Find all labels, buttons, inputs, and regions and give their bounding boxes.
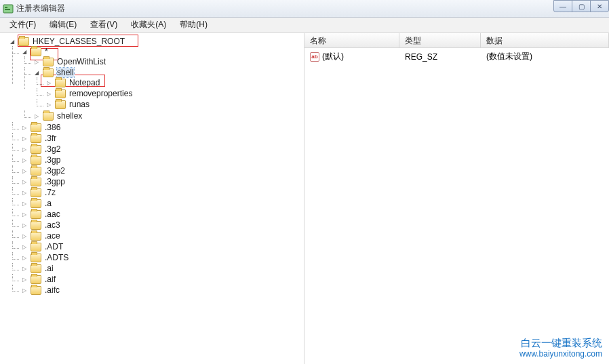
value-name: (默认)	[322, 51, 344, 62]
maximize-button[interactable]: ▢	[572, 0, 591, 12]
tree-label-root: HKEY_CLASSES_ROOT	[33, 37, 125, 46]
folder-icon	[31, 286, 41, 295]
folder-icon	[43, 58, 54, 66]
expander-icon[interactable]	[45, 79, 52, 87]
value-row[interactable]: ab (默认) REG_SZ (数值未设置)	[304, 48, 609, 65]
tree-node-ext[interactable]: .7z	[20, 188, 304, 197]
main-split: HKEY_CLASSES_ROOT *	[0, 33, 609, 364]
menu-help[interactable]: 帮助(H)	[174, 18, 213, 32]
expander-icon[interactable]	[20, 124, 28, 132]
registry-tree[interactable]: HKEY_CLASSES_ROOT *	[0, 36, 304, 296]
expander-icon[interactable]	[20, 276, 28, 283]
tree-node-ext[interactable]: .ace	[20, 231, 304, 241]
expander-icon[interactable]	[45, 101, 52, 108]
folder-icon	[31, 254, 41, 262]
folder-icon	[31, 178, 41, 186]
tree-node-ext[interactable]: .a	[20, 199, 304, 208]
tree-node-ext[interactable]: .3fr	[20, 134, 304, 143]
expander-icon[interactable]	[20, 167, 28, 175]
tree-node-ext[interactable]: .aif	[20, 275, 304, 284]
folder-icon	[55, 89, 66, 98]
tree-node-runas[interactable]: runas	[45, 100, 304, 109]
tree-node-removeproperties[interactable]: removeproperties	[45, 89, 304, 98]
values-list[interactable]: ab (默认) REG_SZ (数值未设置)	[304, 48, 609, 65]
folder-icon	[43, 112, 54, 121]
tree-node-ext[interactable]: .3gp	[20, 155, 304, 165]
tree-label: .aac	[45, 209, 60, 219]
expander-icon[interactable]	[20, 189, 28, 197]
expander-icon[interactable]	[20, 200, 28, 207]
folder-icon	[31, 167, 41, 176]
expander-icon[interactable]	[20, 287, 28, 294]
tree-node-star[interactable]: *	[20, 47, 304, 56]
close-button[interactable]: ✕	[590, 0, 609, 12]
menu-favorites[interactable]: 收藏夹(A)	[125, 18, 172, 32]
tree-label: .aif	[45, 275, 56, 284]
column-header-name[interactable]: 名称	[304, 33, 399, 47]
folder-icon	[31, 156, 41, 165]
menu-view[interactable]: 查看(V)	[85, 18, 123, 32]
column-header-type[interactable]: 类型	[399, 33, 481, 47]
window-title: 注册表编辑器	[16, 3, 65, 14]
folder-icon	[31, 210, 41, 219]
tree-label: .ADTS	[45, 253, 68, 262]
menu-edit[interactable]: 编辑(E)	[44, 18, 82, 32]
minimize-button[interactable]: —	[553, 0, 572, 12]
tree-pane[interactable]: HKEY_CLASSES_ROOT *	[0, 33, 304, 364]
expander-icon[interactable]	[20, 265, 28, 272]
tree-node-ext[interactable]: .ADTS	[20, 253, 304, 262]
folder-icon	[31, 264, 41, 273]
tree-node-root[interactable]: HKEY_CLASSES_ROOT	[8, 37, 304, 46]
folder-icon	[55, 100, 66, 109]
folder-icon	[31, 232, 41, 241]
expander-icon[interactable]	[33, 58, 40, 66]
expander-icon[interactable]	[20, 146, 28, 153]
tree-label: removeproperties	[69, 89, 132, 98]
tree-node-shellex[interactable]: shellex	[33, 111, 304, 121]
expander-icon[interactable]	[20, 157, 28, 164]
tree-label: .7z	[45, 188, 56, 197]
tree-label: .3gp2	[45, 166, 65, 176]
tree-node-ext[interactable]: .ADT	[20, 242, 304, 251]
expander-icon[interactable]	[20, 178, 28, 186]
expander-icon[interactable]	[33, 69, 40, 77]
expander-icon[interactable]	[20, 211, 28, 218]
expander-icon[interactable]	[8, 38, 16, 45]
expander-icon[interactable]	[33, 113, 40, 120]
window-titlebar: 注册表编辑器 — ▢ ✕	[0, 0, 609, 18]
tree-label-star: *	[45, 47, 48, 56]
menu-file[interactable]: 文件(F)	[4, 18, 41, 32]
tree-label: shellex	[57, 111, 82, 121]
tree-label: .3gpp	[45, 177, 65, 186]
watermark-url: www.baiyunxitong.com	[519, 349, 602, 360]
tree-node-openwithlist[interactable]: OpenWithList	[33, 57, 304, 66]
svg-rect-2	[5, 9, 10, 10]
expander-icon[interactable]	[20, 222, 28, 229]
tree-node-notepad[interactable]: Notepad	[45, 78, 304, 87]
watermark-title: 白云一键重装系统	[519, 336, 602, 350]
tree-label: .ac3	[45, 220, 60, 230]
folder-icon	[55, 79, 66, 87]
tree-label: .aifc	[45, 285, 60, 295]
tree-node-ext[interactable]: .3gp2	[20, 166, 304, 176]
folder-icon	[18, 37, 29, 46]
watermark: 白云一键重装系统 www.baiyunxitong.com	[519, 336, 602, 360]
tree-node-ext[interactable]: .3gpp	[20, 177, 304, 186]
tree-node-ext[interactable]: .ac3	[20, 220, 304, 230]
tree-node-ext[interactable]: .aac	[20, 209, 304, 219]
tree-node-ext[interactable]: .ai	[20, 264, 304, 273]
tree-node-ext[interactable]: .aifc	[20, 285, 304, 295]
expander-icon[interactable]	[20, 48, 28, 56]
expander-icon[interactable]	[20, 135, 28, 142]
expander-icon[interactable]	[20, 243, 28, 251]
tree-node-shell[interactable]: shell	[33, 68, 304, 77]
tree-node-ext[interactable]: .386	[20, 123, 304, 132]
folder-icon	[31, 188, 41, 197]
expander-icon[interactable]	[45, 90, 52, 98]
tree-label: .ADT	[45, 242, 63, 251]
expander-icon[interactable]	[20, 254, 28, 262]
tree-node-ext[interactable]: .3g2	[20, 144, 304, 154]
column-header-data[interactable]: 数据	[481, 33, 609, 47]
expander-icon[interactable]	[20, 232, 28, 240]
tree-label: .ace	[45, 231, 60, 241]
